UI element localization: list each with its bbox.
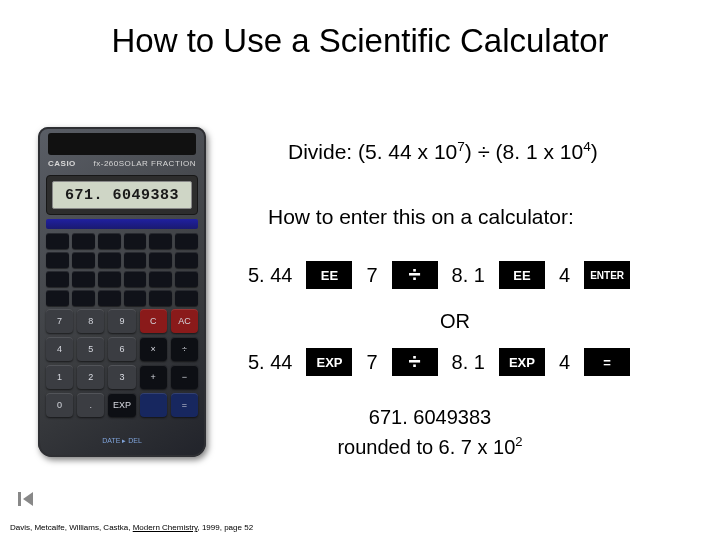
fn-key [72, 252, 95, 268]
problem-text: Divide: (5. 44 x 10 [288, 140, 457, 163]
result-rounded: rounded to 6. 7 x 102 [0, 434, 720, 459]
calculator-brand: CASIO fx-260SOLAR FRACTION [48, 159, 196, 173]
enter-key: ENTER [584, 261, 630, 289]
citation-footer: Davis, Metcalfe, Williams, Castka, Moder… [10, 523, 253, 532]
op-key: ÷ [171, 337, 198, 361]
fn-key [124, 233, 147, 249]
equals-key: = [584, 348, 630, 376]
fn-key [124, 271, 147, 287]
problem-statement: Divide: (5. 44 x 107) ÷ (8. 1 x 104) [288, 139, 598, 165]
footer-authors: Davis, Metcalfe, Williams, Castka, [10, 523, 133, 532]
clear-key: C [140, 309, 167, 333]
fn-key [72, 233, 95, 249]
fn-key [149, 252, 172, 268]
calculator-screen: 671. 6049383 [52, 181, 192, 209]
fn-key [98, 252, 121, 268]
problem-exp2: 4 [583, 139, 591, 154]
fn-key [175, 290, 198, 306]
num-key: 1 [46, 365, 73, 389]
key-sequence-ee: 5. 44 EE 7 ÷ 8. 1 EE 4 ENTER [248, 261, 630, 289]
seq-num: 7 [366, 264, 377, 287]
fn-key [149, 271, 172, 287]
num-key: 7 [46, 309, 73, 333]
ee-key: EE [306, 261, 352, 289]
divide-sign: ÷ [478, 139, 490, 164]
fn-key [149, 290, 172, 306]
fn-key [124, 290, 147, 306]
num-key: 2 [77, 365, 104, 389]
how-enter-label: How to enter this on a calculator: [268, 205, 574, 229]
fn-key [124, 252, 147, 268]
seq-num: 4 [559, 351, 570, 374]
solar-panel [48, 133, 196, 155]
result-value: 671. 6049383 [0, 406, 720, 429]
num-key: 4 [46, 337, 73, 361]
fn-key [175, 252, 198, 268]
fn-key [46, 271, 69, 287]
num-key: 5 [77, 337, 104, 361]
fn-key [175, 271, 198, 287]
fn-key [46, 252, 69, 268]
exp-key: EXP [306, 348, 352, 376]
key-sequence-exp: 5. 44 EXP 7 ÷ 8. 1 EXP 4 = [248, 348, 630, 376]
fn-key [175, 233, 198, 249]
fn-key [72, 271, 95, 287]
footer-book: Modern Chemistry [133, 523, 198, 532]
op-key: × [140, 337, 167, 361]
op-key: + [140, 365, 167, 389]
divide-key: ÷ [392, 348, 438, 376]
num-key: 8 [77, 309, 104, 333]
ac-key: AC [171, 309, 198, 333]
fn-key [149, 233, 172, 249]
calculator-screen-frame: 671. 6049383 [46, 175, 198, 215]
problem-text: ) [591, 140, 598, 163]
fn-key [46, 233, 69, 249]
brand-right: fx-260SOLAR FRACTION [94, 159, 196, 173]
seq-num: 5. 44 [248, 264, 292, 287]
problem-exp1: 7 [457, 139, 465, 154]
problem-text: (8. 1 x 10 [490, 140, 583, 163]
prev-slide-icon[interactable] [18, 492, 36, 506]
num-key: 6 [108, 337, 135, 361]
num-key: 3 [108, 365, 135, 389]
rounded-text: rounded to 6. 7 x 10 [337, 436, 515, 458]
fn-key [98, 271, 121, 287]
seq-num: 5. 44 [248, 351, 292, 374]
exp-key: EXP [499, 348, 545, 376]
seq-num: 8. 1 [452, 264, 485, 287]
ee-key: EE [499, 261, 545, 289]
rounded-exp: 2 [515, 434, 522, 449]
divide-key: ÷ [392, 261, 438, 289]
fn-key [46, 290, 69, 306]
or-label: OR [440, 310, 470, 333]
brand-left: CASIO [48, 159, 76, 173]
fn-key [98, 290, 121, 306]
seq-num: 4 [559, 264, 570, 287]
fn-key [98, 233, 121, 249]
seq-num: 8. 1 [452, 351, 485, 374]
num-key: 9 [108, 309, 135, 333]
footer-rest: , 1999, page 52 [197, 523, 253, 532]
fn-key [72, 290, 95, 306]
op-key: − [171, 365, 198, 389]
page-title: How to Use a Scientific Calculator [0, 22, 720, 60]
calculator-mode-strip [46, 219, 198, 229]
problem-text: ) [465, 140, 478, 163]
seq-num: 7 [366, 351, 377, 374]
